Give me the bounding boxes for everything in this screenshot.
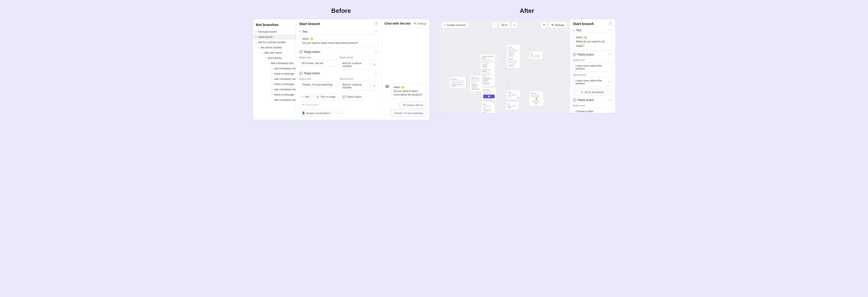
next-branch-label: Next branch — [340, 77, 378, 80]
canvas-area: +Create a branch − 50 % + ⟳ ⚙Settings — [439, 19, 570, 113]
canvas-node[interactable]: Branches You can change this tariff at a… — [507, 57, 520, 68]
before-panel: Bot branches ⊘Interrupt branch⚑Start bra… — [253, 19, 429, 120]
tree-item[interactable]: ↳Ask user name — [253, 50, 296, 55]
zoom-level[interactable]: 50 % — [499, 22, 510, 28]
tree-item[interactable]: ↳leave a message — [253, 92, 296, 97]
text-block-content[interactable]: Hello! 👋 Do you want to learn more about… — [299, 34, 378, 48]
text-block-menu-icon[interactable]: ··· — [609, 29, 612, 32]
tree-item-label: ask comnpany name — [275, 67, 296, 70]
arrow-icon: ↳ — [271, 83, 273, 86]
zoom-out-button[interactable]: − — [492, 22, 497, 28]
canvas-node[interactable]: Last Great! I'm happy to help 😊 — [505, 102, 519, 110]
canvas-node[interactable]: Thanks, I'm just browsing If you have an… — [480, 67, 495, 86]
reply2-button-text-input[interactable]: Thanks, I'm just watching — [299, 81, 338, 88]
tree-item-label: leave a message — [275, 82, 294, 86]
tree-item-label: Ask comnpany size — [271, 62, 294, 65]
tree-item[interactable]: ↳Ask comnpany size — [253, 61, 296, 66]
branch-tree: ⊘Interrupt branch⚑Start branch↳ask for a… — [253, 29, 296, 102]
assign-conversation-button[interactable]: 👤Assign conversation▾ — [299, 110, 335, 117]
text-block-label: Text — [576, 29, 581, 32]
canvas-settings-button[interactable]: ⚙Settings — [549, 22, 567, 28]
canvas-node[interactable]: Learn more about the product We have sev… — [480, 54, 495, 69]
tree-item-label: leave a message — [275, 72, 294, 75]
tree-item[interactable]: ↳ask for a phone number — [253, 39, 296, 45]
refresh-button[interactable]: ⟳ — [541, 22, 547, 28]
canvas-node[interactable]: Book a demo Great! For demo I'll need yo… — [482, 88, 496, 103]
arrow-icon: ↳ — [271, 99, 273, 101]
reply2-button-text-input[interactable]: Choose a plan — [573, 108, 612, 113]
add-reply-input-button[interactable]: ▭Reply input — [299, 101, 321, 108]
chat-pane: Chat with the bot ⚙Settings 🤖 Hello! 👋 D… — [382, 19, 429, 120]
chat-settings-button[interactable]: ⚙Settings — [414, 22, 427, 25]
text-block-content[interactable]: Hello! 👋 What do you want to do today? — [573, 33, 612, 51]
text-block-menu-icon[interactable]: ··· — [375, 30, 378, 33]
tree-item[interactable]: ↳leave a message — [253, 71, 296, 76]
tree-item[interactable]: ↳ask comnpany name — [253, 66, 296, 71]
flag-icon: ⚑ — [255, 36, 257, 38]
tree-item[interactable]: ↳ask comnpany name — [253, 97, 296, 102]
more-actions-button[interactable]: ··· — [336, 110, 344, 117]
zoom-in-button[interactable]: + — [512, 22, 517, 28]
canvas-node[interactable]: End Great, it's was nice to meet you 👋 — [529, 52, 542, 59]
tree-item-label: ask comnpany name — [275, 98, 296, 101]
reply2-next-branch-input[interactable]: Ask for a phone number — [340, 81, 370, 91]
tree-item[interactable]: ↳ask comnpany name — [253, 87, 296, 92]
help-icon[interactable]: ? — [374, 22, 378, 26]
tree-item[interactable]: ↳leave a message — [253, 81, 296, 87]
button-text-label: Button text — [299, 56, 338, 59]
editor-title: Start branch — [299, 22, 320, 26]
bot-avatar-icon: 🤖 — [384, 84, 390, 89]
reply1-menu-icon[interactable]: ··· — [609, 53, 612, 56]
more-icon: ··· — [338, 111, 341, 115]
plus-icon: + — [514, 24, 515, 27]
reply-icon: 💬 — [573, 53, 577, 56]
canvas-node[interactable]: Agent I'm calling for an agent Conversat… — [482, 102, 495, 113]
tree-item-label: Start branch — [258, 35, 273, 38]
text-icon: ≡ — [573, 29, 575, 32]
attachment-icon: 📎 — [316, 95, 319, 98]
button-text-label: Button text — [573, 59, 612, 61]
text-block-label: Text — [302, 30, 308, 33]
tree-item-label: No phone number — [261, 46, 282, 49]
canvas-node[interactable]: Name Great! Please enter your name below… — [507, 90, 520, 99]
before-heading: Before — [331, 7, 351, 14]
tree-item[interactable]: ↳ask comnpany name — [253, 76, 296, 81]
canvas-node[interactable]: Start branch Hello! I don't talk yet lik… — [450, 77, 466, 88]
next-branch-label: Next branch — [340, 56, 378, 59]
reply1-menu-icon[interactable]: ··· — [375, 50, 378, 54]
reply1-button-text-input[interactable]: Learn more about the product — [573, 62, 612, 72]
reply2-goto-button[interactable]: ↳ — [371, 81, 378, 91]
tree-item[interactable]: ⊘Interrupt branch — [253, 29, 296, 34]
tree-item-label: ask industry — [268, 57, 282, 59]
reply1-button-text-input[interactable]: Of course, tell me — [299, 60, 338, 66]
tree-item-label: ask comnpany name — [275, 88, 296, 91]
tree-item[interactable]: ↳ask industry — [253, 55, 296, 61]
canvas-node[interactable]: Loudly By selecting Loudly the chatbot s… — [507, 45, 520, 58]
canvas-node[interactable]: Thank you Thank you! We'll contact you 😊… — [529, 91, 543, 106]
arrow-icon: ↳ — [581, 91, 583, 94]
tree-item[interactable]: ⚑Start branch — [253, 34, 296, 39]
create-branch-button[interactable]: +Create a branch — [442, 22, 468, 28]
reply2-menu-icon[interactable]: ··· — [375, 72, 378, 75]
tree-item[interactable]: ↳No phone number — [253, 45, 296, 50]
add-file-button[interactable]: 📎File or image — [313, 94, 338, 100]
reply1-next-branch-input[interactable]: Ask for a phone number — [340, 60, 370, 69]
canvas-view[interactable]: Start branch Hello! I don't talk yet lik… — [439, 31, 570, 113]
chat-reply-option-2[interactable]: Thanks, I'm just watching — [391, 110, 426, 117]
reply2-menu-icon[interactable]: ··· — [609, 98, 612, 102]
add-reply-button-button[interactable]: 💬Reply button — [340, 94, 364, 100]
chat-reply-option-1[interactable]: Of course, tell me — [400, 102, 426, 108]
reply1-goto-button[interactable]: ↳ — [371, 60, 378, 69]
reply-block-label: Reply button — [304, 72, 320, 75]
help-icon[interactable]: ? — [609, 22, 612, 26]
side-panel: Start branch ? ≡ Text ··· Hello! 👋 What … — [570, 19, 615, 113]
sidebar: Bot branches ⊘Interrupt branch⚑Start bra… — [253, 19, 296, 120]
user-icon: 👤 — [536, 98, 537, 100]
reply1-next-branch-select[interactable]: Learn more about the product ▾ — [573, 77, 612, 87]
tree-item-label: Interrupt branch — [258, 30, 277, 33]
user-icon: 👤 — [302, 111, 305, 114]
go-to-branch-button[interactable]: ↳ Go to the branch — [573, 89, 612, 96]
chat-title: Chat with the bot — [384, 22, 410, 25]
add-text-button[interactable]: ≡Text — [299, 94, 312, 100]
arrow-icon: ↳ — [373, 63, 376, 66]
